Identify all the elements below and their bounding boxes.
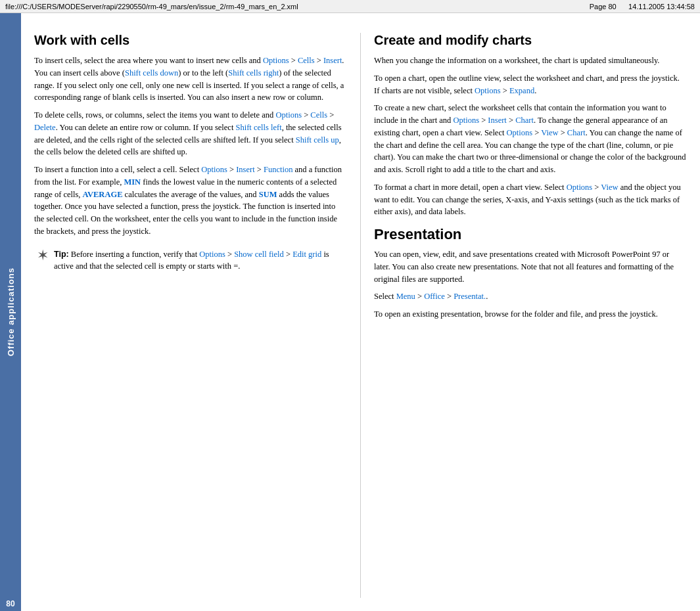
link-options-2[interactable]: Options bbox=[275, 110, 302, 120]
link-function[interactable]: Function bbox=[264, 165, 292, 174]
left-heading: Work with cells bbox=[34, 33, 347, 48]
filepath: file:///C:/USERS/MODEServer/rapi/2290550… bbox=[5, 3, 298, 11]
link-office[interactable]: Office bbox=[424, 292, 445, 301]
link-view-2[interactable]: View bbox=[601, 183, 618, 192]
page-label: Page 80 bbox=[590, 3, 617, 11]
right-para3: To create a new chart, select the worksh… bbox=[374, 102, 687, 176]
link-insert-1[interactable]: Insert bbox=[323, 56, 342, 65]
link-edit-grid[interactable]: Edit grid bbox=[292, 250, 321, 259]
right-heading2: Presentation bbox=[374, 226, 687, 243]
left-para1: To insert cells, select the area where y… bbox=[34, 55, 347, 104]
page-number: 80 bbox=[0, 597, 21, 611]
tip-text: Tip: Before inserting a function, verify… bbox=[54, 248, 344, 273]
link-show-cell-field[interactable]: Show cell field bbox=[234, 250, 284, 259]
link-insert-3[interactable]: Insert bbox=[488, 116, 506, 125]
link-chart-1[interactable]: Chart bbox=[515, 116, 534, 125]
link-delete[interactable]: Delete bbox=[34, 123, 56, 132]
link-menu[interactable]: Menu bbox=[396, 292, 415, 301]
link-cells-1[interactable]: Cells bbox=[298, 56, 315, 65]
right-heading1: Create and modify charts bbox=[374, 33, 687, 48]
sidebar-label: Office applications bbox=[6, 267, 16, 356]
link-sum[interactable]: SUM bbox=[259, 190, 277, 199]
left-column: Work with cells To insert cells, select … bbox=[34, 33, 361, 598]
link-shift-right[interactable]: Shift cells right bbox=[228, 68, 279, 78]
main-wrapper: Office applications 80 Work with cells T… bbox=[0, 13, 700, 611]
right-para6: Select Menu > Office > Presentat.. bbox=[374, 290, 687, 303]
link-shift-up[interactable]: Shift cells up bbox=[296, 135, 339, 145]
timestamp: 14.11.2005 13:44:58 bbox=[628, 3, 695, 11]
tip-box: ✶ Tip: Before inserting a function, veri… bbox=[34, 244, 347, 277]
link-shift-left[interactable]: Shift cells left bbox=[236, 123, 282, 132]
right-para5: You can open, view, edit, and save prese… bbox=[374, 248, 687, 285]
link-chart-2[interactable]: Chart bbox=[567, 128, 586, 137]
link-options-6[interactable]: Options bbox=[453, 116, 479, 125]
right-para1: When you change the information on a wor… bbox=[374, 55, 687, 67]
link-options-4[interactable]: Options bbox=[199, 250, 225, 259]
link-min[interactable]: MIN bbox=[124, 177, 141, 187]
top-bar: file:///C:/USERS/MODEServer/rapi/2290550… bbox=[0, 0, 700, 13]
link-options-8[interactable]: Options bbox=[567, 183, 593, 192]
link-cells-2[interactable]: Cells bbox=[310, 110, 327, 120]
columns: Work with cells To insert cells, select … bbox=[34, 33, 687, 598]
tip-icon: ✶ bbox=[37, 247, 49, 264]
left-para3: To insert a function into a cell, select… bbox=[34, 164, 347, 238]
tip-label: Tip: bbox=[54, 250, 69, 259]
link-view-1[interactable]: View bbox=[541, 128, 558, 137]
content-area: Work with cells To insert cells, select … bbox=[21, 13, 700, 611]
link-options-7[interactable]: Options bbox=[507, 128, 533, 137]
right-para4: To format a chart in more detail, open a… bbox=[374, 181, 687, 218]
link-presentat[interactable]: Presentat. bbox=[454, 292, 486, 301]
link-shift-down[interactable]: Shift cells down bbox=[125, 68, 178, 78]
right-column: Create and modify charts When you change… bbox=[374, 33, 687, 598]
link-expand[interactable]: Expand bbox=[509, 86, 534, 95]
link-insert-2[interactable]: Insert bbox=[236, 165, 254, 174]
left-para2: To delete cells, rows, or columns, selec… bbox=[34, 109, 347, 158]
right-para7: To open an existing presentation, browse… bbox=[374, 308, 687, 321]
sidebar: Office applications 80 bbox=[0, 13, 21, 611]
link-average[interactable]: AVERAGE bbox=[83, 190, 123, 199]
link-options-3[interactable]: Options bbox=[201, 165, 227, 174]
right-para2: To open a chart, open the outline view, … bbox=[374, 72, 687, 97]
link-options-5[interactable]: Options bbox=[475, 86, 501, 95]
link-options-1[interactable]: Options bbox=[263, 56, 289, 65]
